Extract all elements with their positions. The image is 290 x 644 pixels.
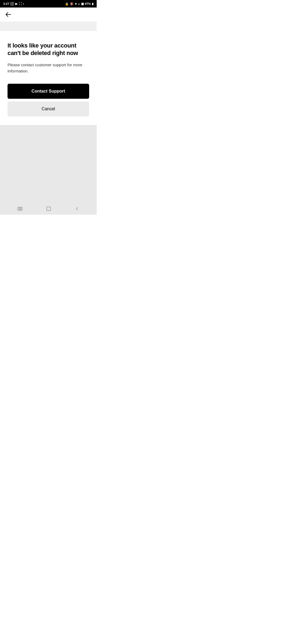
- status-icon-location: ➤: [75, 2, 77, 6]
- status-right-icons: 🔒 🔇 ➤ ⌕ ▦ 97% ▮: [65, 2, 93, 6]
- status-bar: 3:27 U ▶ ⛶ • 🔒 🔇 ➤ ⌕ ▦ 97% ▮: [0, 0, 97, 8]
- error-title: It looks like your account can't be dele…: [8, 42, 89, 57]
- nav-recents-button[interactable]: [12, 205, 28, 213]
- status-icon-signal: ▦: [81, 2, 84, 6]
- main-content: It looks like your account can't be dele…: [0, 31, 97, 125]
- status-icon-u: U: [10, 2, 14, 5]
- system-nav-bar: [0, 203, 97, 215]
- cancel-button[interactable]: Cancel: [8, 101, 89, 116]
- svg-rect-3: [47, 207, 50, 211]
- status-icon-image: ⛶: [19, 2, 22, 5]
- status-time: 3:27 U ▶ ⛶ •: [3, 2, 24, 6]
- status-icon-play: ▶: [15, 2, 17, 6]
- status-battery-icon: ▮: [92, 2, 93, 6]
- nav-back-button[interactable]: [70, 204, 85, 213]
- svg-rect-0: [18, 207, 19, 210]
- status-icon-lock: 🔒: [65, 2, 69, 6]
- nav-home-button[interactable]: [41, 204, 56, 213]
- error-description: Please contact customer support for more…: [8, 62, 89, 74]
- contact-support-button[interactable]: Contact Support: [8, 84, 89, 99]
- status-icon-wifi: ⌕: [78, 2, 80, 5]
- gray-band-top: [0, 21, 97, 31]
- bottom-gray-area: [0, 125, 97, 203]
- svg-rect-1: [19, 207, 21, 210]
- svg-rect-2: [21, 207, 22, 210]
- status-battery: 97%: [85, 2, 91, 5]
- back-button[interactable]: [4, 11, 12, 18]
- status-dot: •: [23, 2, 24, 5]
- top-nav: [0, 8, 97, 21]
- status-icon-mute: 🔇: [70, 2, 74, 6]
